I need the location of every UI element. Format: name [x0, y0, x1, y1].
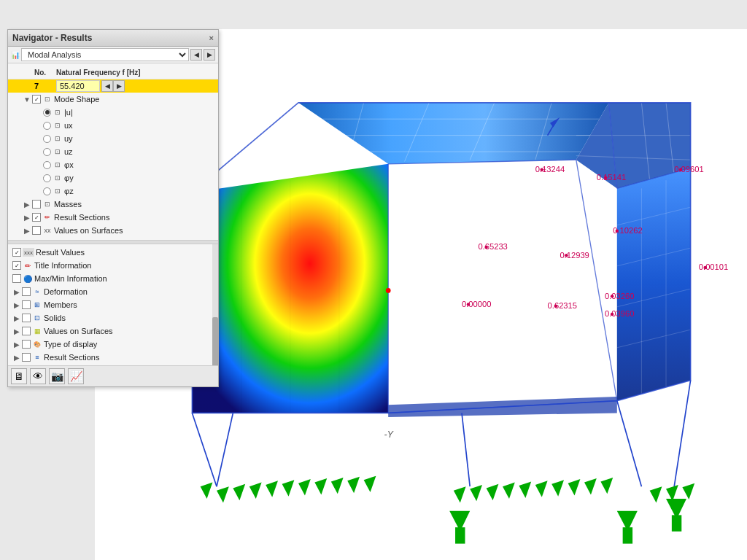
solids-checkbox[interactable]	[22, 314, 31, 322]
u-abs-icon: ⊡	[53, 107, 63, 117]
phix-label: φx	[64, 160, 214, 169]
phix-radio[interactable]	[43, 161, 51, 169]
masses-expand[interactable]: ▶	[23, 201, 31, 209]
column-headers: No. Natural Frequency f [Hz]	[8, 66, 218, 79]
masses-row[interactable]: ▶ ⊡ Masses	[8, 198, 218, 211]
values-surfaces-bottom-row[interactable]: ▶ ▦ Values on Surfaces	[8, 324, 218, 338]
frequency-input[interactable]	[56, 80, 100, 92]
members-row[interactable]: ▶ ⊞ Members	[8, 298, 218, 311]
next-button[interactable]: ▶	[204, 49, 215, 61]
values-surfaces-label: Values on Surfaces	[54, 226, 214, 235]
camera-button[interactable]: 📷	[49, 368, 65, 384]
result-sections-expand[interactable]: ▶	[23, 214, 31, 222]
members-checkbox[interactable]	[22, 300, 31, 309]
deform-expand[interactable]: ▶	[12, 288, 21, 296]
analysis-dropdown[interactable]: Modal Analysis	[21, 48, 189, 61]
masses-icon: ⊡	[42, 199, 53, 209]
uz-radio[interactable]	[43, 148, 51, 156]
svg-text:0.62315: 0.62315	[548, 301, 577, 310]
result-sections-row[interactable]: ▶ ✏ Result Sections	[8, 211, 218, 224]
deform-checkbox[interactable]	[22, 287, 31, 296]
svg-text:0.00101: 0.00101	[699, 262, 728, 271]
maxmin-icon: 🔵	[23, 273, 33, 284]
result-sections-checkbox[interactable]	[32, 213, 41, 222]
mode-shape-label: Mode Shape	[54, 95, 214, 104]
phiy-row[interactable]: ⊡ φy	[8, 171, 218, 184]
uy-radio[interactable]	[43, 135, 51, 143]
type-display-checkbox[interactable]	[22, 340, 31, 349]
prev-button[interactable]: ◀	[190, 49, 202, 61]
maxmin-info-row[interactable]: 🔵 Max/Min Information	[8, 272, 218, 285]
deformation-row[interactable]: ▶ ≈ Deformation	[8, 285, 218, 298]
masses-checkbox[interactable]	[32, 200, 41, 209]
panel-title-bar: Navigator - Results ×	[8, 30, 218, 47]
phiz-row[interactable]: ⊡ φz	[8, 184, 218, 198]
svg-point-93	[611, 313, 614, 316]
graph-button[interactable]: 📈	[68, 368, 84, 384]
svg-rect-71	[672, 515, 681, 531]
members-expand[interactable]: ▶	[12, 301, 21, 309]
solids-row[interactable]: ▶ ⊡ Solids	[8, 311, 218, 324]
svg-text:0.00000: 0.00000	[462, 300, 491, 308]
values-surfaces-checkbox[interactable]	[32, 226, 41, 235]
freq-next-btn[interactable]: ▶	[113, 80, 125, 92]
phiy-radio[interactable]	[43, 174, 51, 182]
values-surfaces-icon: xx	[42, 225, 53, 236]
svg-point-89	[616, 229, 619, 232]
type-display-expand[interactable]: ▶	[12, 341, 21, 349]
u-abs-radio[interactable]	[43, 109, 51, 117]
result-values-checkbox[interactable]	[12, 248, 21, 257]
masses-label: Masses	[54, 200, 214, 209]
values-surfaces-row[interactable]: ▶ xx Values on Surfaces	[8, 224, 218, 237]
scrollbar-track[interactable]	[212, 244, 218, 365]
title-information-row[interactable]: ✏ Title Information	[8, 259, 218, 272]
selected-frequency-row[interactable]: 7 ◀ ▶	[8, 79, 218, 93]
vs-bottom-checkbox[interactable]	[22, 327, 31, 335]
deform-icon: ≈	[32, 287, 42, 297]
result-sections-icon: ✏	[42, 212, 53, 222]
u-abs-row[interactable]: ⊡ |u|	[8, 106, 218, 119]
panel-title: Navigator - Results	[12, 33, 92, 43]
phix-row[interactable]: ⊡ φx	[8, 158, 218, 171]
svg-text:0.13244: 0.13244	[535, 165, 565, 174]
uz-label: uz	[64, 147, 214, 156]
ux-radio[interactable]	[43, 122, 51, 130]
ux-label: ux	[64, 121, 214, 130]
ux-row[interactable]: ⊡ ux	[8, 119, 218, 132]
view-button[interactable]: 🖥	[11, 368, 27, 384]
uz-icon: ⊡	[53, 147, 63, 157]
maxmin-checkbox[interactable]	[12, 274, 21, 283]
svg-marker-23	[617, 168, 691, 400]
solids-expand[interactable]: ▶	[12, 314, 21, 322]
type-display-row[interactable]: ▶ 🎨 Type of display	[8, 338, 218, 351]
values-surfaces-expand[interactable]: ▶	[23, 227, 31, 235]
result-values-row[interactable]: xxx Result Values	[8, 246, 218, 259]
eye-button[interactable]: 👁	[30, 368, 46, 384]
uy-row[interactable]: ⊡ uy	[8, 132, 218, 145]
phiz-radio[interactable]	[43, 187, 51, 195]
uz-row[interactable]: ⊡ uz	[8, 145, 218, 158]
svg-text:0.09601: 0.09601	[674, 165, 703, 174]
svg-point-88	[565, 254, 568, 257]
svg-point-92	[611, 295, 614, 298]
expand-icon[interactable]: ▼	[23, 96, 31, 104]
rs-bottom-expand[interactable]: ▶	[12, 354, 21, 362]
title-info-icon: ✏	[23, 260, 33, 271]
type-display-icon: 🎨	[32, 339, 42, 349]
mode-shape-checkbox[interactable]	[32, 95, 41, 104]
scrollbar-thumb[interactable]	[212, 317, 218, 365]
phiy-label: φy	[64, 174, 214, 182]
close-button[interactable]: ×	[209, 34, 214, 42]
no-header: No.	[34, 69, 56, 77]
mode-shape-row[interactable]: ▼ ⊡ Mode Shape	[8, 93, 218, 106]
dropdown-icon: 📊	[11, 51, 20, 59]
title-info-checkbox[interactable]	[12, 261, 21, 270]
result-sections-bottom-row[interactable]: ▶ ≡ Result Sections	[8, 351, 218, 364]
svg-point-86	[679, 168, 682, 171]
phiz-label: φz	[64, 187, 214, 195]
ux-icon: ⊡	[53, 120, 63, 131]
rs-bottom-checkbox[interactable]	[22, 353, 31, 362]
vs-bottom-expand[interactable]: ▶	[12, 327, 21, 335]
bottom-toolbar: 🖥 👁 📷 📈	[8, 365, 218, 386]
freq-prev-btn[interactable]: ◀	[101, 80, 113, 92]
